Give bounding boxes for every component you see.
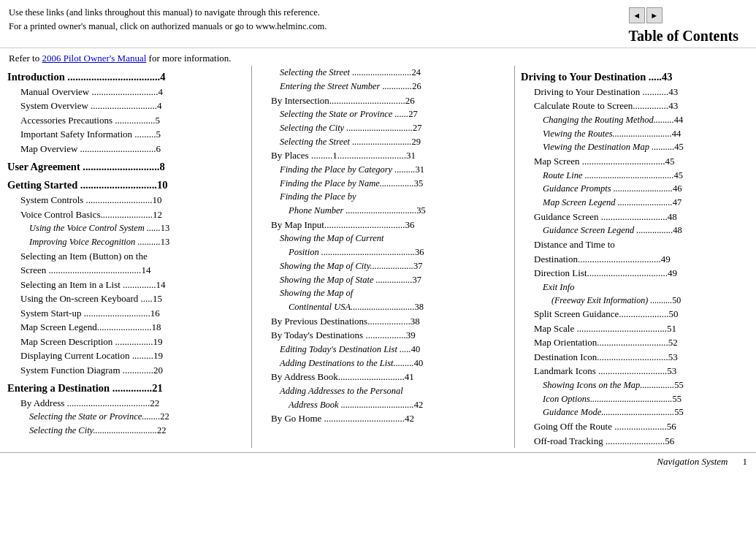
toc-h2: Direction List..........................… xyxy=(521,266,749,281)
toc-h2: Map Screen .............................… xyxy=(521,154,749,169)
toc-h3: Entering the Street Number .............… xyxy=(258,80,508,94)
toc-h3: Guidance Screen Legend ................4… xyxy=(521,224,749,237)
footer-page: 1 xyxy=(743,456,748,468)
toc-h3: Finding the Place by Name...............… xyxy=(258,177,508,191)
prev-arrow[interactable]: ◄ xyxy=(629,7,645,23)
col-left: Introduction ...........................… xyxy=(7,66,252,448)
toc-h3: Showing the Map of State ...............… xyxy=(258,273,508,287)
ref-suffix: for more information. xyxy=(146,53,231,64)
toc-h2: Selecting an Item in a List ............… xyxy=(7,278,245,292)
toc-h2: Going Off the Route ....................… xyxy=(521,419,749,434)
toc-h3: Viewing the Routes......................… xyxy=(521,127,749,141)
toc-h3: Selecting the City......................… xyxy=(7,424,245,438)
toc-h3: Finding the Place by Category .........3… xyxy=(258,163,508,177)
toc-h2: Displaying Current Location .........19 xyxy=(7,349,245,363)
toc-h1: Entering a Destination ...............21 xyxy=(7,381,245,395)
toc-h2: By Previous Destinations................… xyxy=(258,314,508,329)
header-text: Use these links (and links throughout th… xyxy=(9,6,327,34)
toc-h3: Guidance Mode...........................… xyxy=(521,405,749,419)
toc-h1: User Agreement .........................… xyxy=(7,160,245,174)
toc-h2: Off-road Tracking ......................… xyxy=(521,434,749,449)
toc-h2: By Intersection.........................… xyxy=(258,94,508,108)
toc-body: Introduction ...........................… xyxy=(0,66,756,448)
toc-h3: Guidance Prompts .......................… xyxy=(521,182,749,196)
toc-h2: Map Scale ..............................… xyxy=(521,321,749,336)
toc-h2: Distance and Time to xyxy=(521,237,749,252)
toc-h2: By Today's Destinations ................… xyxy=(258,328,508,343)
toc-h2: Manual Overview ........................… xyxy=(7,85,245,99)
toc-h2: By Go Home .............................… xyxy=(258,411,508,426)
toc-h1: Getting Started ........................… xyxy=(7,178,245,192)
toc-h3-cont: Phone Number ...........................… xyxy=(258,204,508,218)
toc-h2: By Map Input............................… xyxy=(258,218,508,232)
toc-h3: Adding Destinations to the List.........… xyxy=(258,357,508,370)
toc-h3: Exit Info xyxy=(521,281,749,294)
col-mid: Selecting the Street ...................… xyxy=(252,66,515,448)
toc-h4: (Freeway Exit Information) ..........50 xyxy=(521,294,749,307)
toc-h3: Map Screen Legend ......................… xyxy=(521,196,749,210)
toc-h2: Calculate Route to Screen...............… xyxy=(521,99,749,113)
toc-h2: Accessories Precautions ................… xyxy=(7,113,245,128)
header-line2: For a printed owner's manual, click on a… xyxy=(9,20,327,34)
toc-h3: Selecting the State or Province........2… xyxy=(7,410,245,424)
toc-h2: Split Screen Guidance...................… xyxy=(521,307,749,321)
next-arrow[interactable]: ► xyxy=(646,7,663,23)
toc-h1: Introduction ...........................… xyxy=(7,70,245,84)
nav-arrows: ◄ ► xyxy=(629,7,747,23)
toc-h3: Selecting the State or Province ......27 xyxy=(258,107,508,121)
toc-h2: Driving to Your Destination ...........4… xyxy=(521,85,749,99)
top-bar: Use these links (and links throughout th… xyxy=(0,0,756,48)
toc-h2: Map Screen Description ................1… xyxy=(7,335,245,349)
page-title: Table of Contents xyxy=(629,28,747,45)
toc-h3: Using the Voice Control System ......13 xyxy=(7,221,245,235)
toc-h3: Editing Today's Destination List .....40 xyxy=(258,343,508,357)
toc-h3-cont: Continental USA.........................… xyxy=(258,300,508,314)
toc-h2: Important Safety Information .........5 xyxy=(7,127,245,142)
toc-h3: Showing the Map of City.................… xyxy=(258,259,508,273)
ref-link[interactable]: 2006 Pilot Owner's Manual xyxy=(42,53,146,64)
toc-h2: Destination Icon........................… xyxy=(521,350,749,365)
toc-h2: Voice Control Basics....................… xyxy=(7,207,245,222)
toc-h2: Selecting an Item (Button) on the xyxy=(7,249,245,264)
ref-line: Refer to 2006 Pilot Owner's Manual for m… xyxy=(0,48,756,66)
toc-h3: Selecting the Street ...................… xyxy=(258,66,508,80)
toc-h3: Finding the Place by xyxy=(258,190,508,204)
toc-h2: By Address .............................… xyxy=(7,396,245,411)
toc-h2: Guidance Screen ........................… xyxy=(521,210,749,224)
toc-h3: Improving Voice Recognition ..........13 xyxy=(7,235,245,249)
ref-prefix: Refer to xyxy=(9,53,42,64)
toc-h3: Route Line .............................… xyxy=(521,169,749,183)
toc-h2: System Start-up ........................… xyxy=(7,306,245,321)
footer: Navigation System 1 xyxy=(0,452,756,471)
toc-h2-cont: Screen .................................… xyxy=(7,263,245,278)
toc-h2: System Overview ........................… xyxy=(7,99,245,113)
toc-h3-cont: Address Book ...........................… xyxy=(258,398,508,412)
toc-h2: Landmark Icons .........................… xyxy=(521,364,749,378)
toc-h2: Map Screen Legend.......................… xyxy=(7,320,245,335)
toc-h3: Showing the Map of Current xyxy=(258,232,508,245)
toc-h2: Using the On-screen Keyboard .....15 xyxy=(7,292,245,306)
toc-h3: Showing the Map of xyxy=(258,286,508,300)
toc-h2: By Address Book.........................… xyxy=(258,370,508,384)
toc-h3: Showing Icons on the Map...............5… xyxy=(521,378,749,392)
col-right: Driving to Your Destination .....43Drivi… xyxy=(515,66,749,448)
toc-h2: System Function Diagram .............20 xyxy=(7,363,245,378)
toc-h3: Viewing the Destination Map ..........45 xyxy=(521,140,749,154)
toc-h3: Adding Addresses to the Personal xyxy=(258,384,508,398)
toc-h2: System Controls ........................… xyxy=(7,193,245,207)
toc-h2: Map Orientation.........................… xyxy=(521,335,749,350)
toc-h3-cont: Position ...............................… xyxy=(258,245,508,259)
toc-h3: Icon Options............................… xyxy=(521,392,749,406)
toc-h3: Selecting the Street ...................… xyxy=(258,135,508,149)
toc-h3: Selecting the City .....................… xyxy=(258,121,508,135)
header-line1: Use these links (and links throughout th… xyxy=(9,6,327,20)
toc-h2-cont: Destination.............................… xyxy=(521,252,749,267)
toc-h2: By Places .........1....................… xyxy=(258,148,508,163)
toc-h2: Map Overview ...........................… xyxy=(7,142,245,156)
footer-label: Navigation System xyxy=(657,456,728,468)
toc-h3: Changing the Routing Method.........44 xyxy=(521,113,749,127)
toc-h1: Driving to Your Destination .....43 xyxy=(521,70,749,84)
